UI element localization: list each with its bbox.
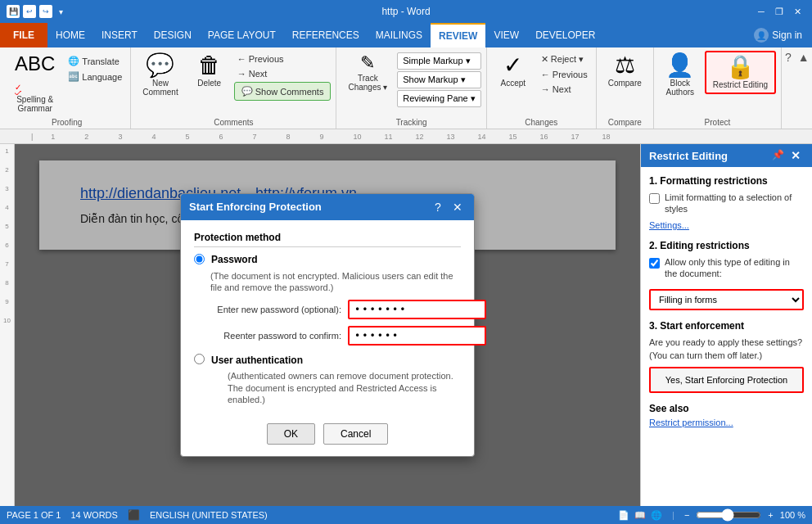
zoom-in-button[interactable]: + — [768, 510, 773, 520]
spelling-grammar-button[interactable]: ABC✓ Spelling &Grammar — [8, 51, 61, 116]
protect-label: Protect — [705, 116, 731, 129]
cancel-button[interactable]: Cancel — [323, 423, 388, 445]
restrict-panel-title: Restrict Editing — [649, 150, 728, 162]
collapse-ribbon-button[interactable]: ▲ — [795, 47, 812, 129]
editing-type-dropdown[interactable]: Filling in forms No changes (Read only) … — [649, 289, 804, 310]
doc-with-margin: 12345678910 http://diendanbaclieu.net – … — [0, 144, 640, 506]
new-password-label: Enter new password (optional): — [194, 305, 341, 314]
protect-content: 👤 BlockAuthors 🔒 Restrict Editing — [659, 51, 776, 116]
restrict-section-2-title: 2. Editing restrictions — [649, 240, 804, 251]
home-menu[interactable]: HOME — [47, 23, 93, 47]
password-description: (The document is not encrypted. Maliciou… — [210, 270, 461, 294]
reject-button[interactable]: ✕ Reject ▾ — [538, 52, 591, 66]
user-auth-label: User authentication — [211, 355, 303, 366]
minimize-button[interactable]: ─ — [753, 5, 769, 18]
dialog-title: Start Enforcing Protection — [189, 201, 322, 213]
dialog-buttons: OK Cancel — [181, 417, 474, 456]
new-password-input[interactable] — [348, 300, 486, 319]
read-view-icon[interactable]: 📖 — [634, 510, 646, 521]
previous-change-button[interactable]: ← Previous — [538, 68, 591, 81]
status-icons: 📄 📖 🌐 — [618, 510, 662, 521]
password-radio[interactable] — [194, 254, 205, 264]
changes-nav-group: ✕ Reject ▾ ← Previous → Next — [538, 51, 591, 96]
editing-checkbox[interactable] — [649, 258, 660, 269]
next-change-button[interactable]: → Next — [538, 83, 591, 96]
restrict-panel-pin[interactable]: 📌 — [772, 149, 784, 162]
zoom-out-button[interactable]: − — [684, 510, 689, 520]
translate-icon: 🌐 — [68, 56, 79, 66]
dialog-question-button[interactable]: ? — [430, 199, 446, 215]
start-enforcing-dialog: Start Enforcing Protection ? ✕ Protectio… — [180, 193, 475, 457]
undo-icon[interactable]: ↩ — [23, 5, 36, 18]
restore-button[interactable]: ❐ — [771, 5, 787, 18]
proofing-label: Proofing — [52, 116, 82, 129]
language-status[interactable]: ENGLISH (UNITED STATES) — [150, 510, 268, 520]
layout-icon[interactable]: ⬛ — [128, 509, 140, 521]
mailings-menu[interactable]: MAILINGS — [368, 23, 431, 47]
restrict-panel-close-button[interactable]: ✕ — [787, 149, 804, 162]
user-auth-description: (Authenticated owners can remove documen… — [228, 370, 461, 405]
delete-comment-button[interactable]: 🗑 Delete — [188, 51, 231, 91]
compare-icon: ⚖ — [615, 54, 635, 77]
references-menu[interactable]: REFERENCES — [284, 23, 368, 47]
dialog-section-title: Protection method — [194, 232, 461, 247]
new-comment-button[interactable]: 💬 NewComment — [136, 51, 184, 100]
dialog-overlay: Start Enforcing Protection ? ✕ Protectio… — [15, 144, 640, 506]
start-enforcing-button[interactable]: Yes, Start Enforcing Protection — [649, 367, 804, 393]
proofing-content: ABC✓ Spelling &Grammar 🌐Translate 🔤Langu… — [8, 51, 125, 116]
sign-in[interactable]: 👤 Sign in — [744, 28, 812, 43]
view-menu[interactable]: VIEW — [485, 23, 527, 47]
compare-button[interactable]: ⚖ Compare — [602, 51, 648, 91]
restrict-section-2: 2. Editing restrictions Allow only this … — [649, 240, 804, 311]
show-markup-dropdown[interactable]: Show Markup ▾ — [397, 71, 481, 88]
ok-button[interactable]: OK — [267, 423, 315, 445]
redo-icon[interactable]: ↪ — [39, 5, 52, 18]
settings-link[interactable]: Settings... — [649, 220, 804, 230]
next-comment-button[interactable]: → Next — [234, 67, 332, 80]
new-password-row: Enter new password (optional): — [194, 300, 461, 319]
comments-content: 💬 NewComment 🗑 Delete ← Previous → Next … — [136, 51, 331, 116]
simple-markup-dropdown[interactable]: Simple Markup ▾ — [397, 52, 481, 70]
comments-group: 💬 NewComment 🗑 Delete ← Previous → Next … — [131, 47, 336, 129]
accept-button[interactable]: ✓ Accept — [492, 51, 535, 91]
design-menu[interactable]: DESIGN — [146, 23, 200, 47]
confirm-password-input[interactable] — [348, 326, 486, 346]
review-menu[interactable]: REVIEW — [431, 23, 485, 47]
layout-view-icon[interactable]: 📄 — [618, 510, 629, 521]
developer-menu[interactable]: DEVELOPER — [527, 23, 603, 47]
show-comments-icon: 💬 — [241, 86, 253, 97]
web-view-icon[interactable]: 🌐 — [651, 510, 662, 521]
word-count: 14 WORDS — [70, 510, 117, 520]
restrict-permission-link[interactable]: Restrict permission... — [649, 418, 804, 427]
block-authors-button[interactable]: 👤 BlockAuthors — [659, 51, 701, 100]
show-comments-button[interactable]: 💬 Show Comments — [234, 82, 332, 101]
save-icon[interactable]: 💾 — [7, 5, 20, 18]
restrict-section-3-title: 3. Start enforcement — [649, 320, 804, 332]
confirm-password-label: Reenter password to confirm: — [194, 331, 341, 341]
language-button[interactable]: 🔤Language — [65, 70, 125, 84]
track-changes-button[interactable]: ✎ TrackChanges ▾ — [341, 51, 394, 95]
title-bar: 💾 ↩ ↪ ▾ http - Word ─ ❐ ✕ — [0, 0, 812, 23]
file-menu[interactable]: FILE — [0, 23, 47, 47]
zoom-slider[interactable] — [696, 508, 761, 522]
formatting-checkbox[interactable] — [649, 193, 660, 204]
insert-menu[interactable]: INSERT — [93, 23, 146, 47]
tracking-options-group: Simple Markup ▾ Show Markup ▾ Reviewing … — [397, 51, 481, 107]
restrict-section-3: 3. Start enforcement Are you ready to ap… — [649, 320, 804, 393]
help-button[interactable]: ? — [782, 47, 795, 129]
editing-checkbox-label: Allow only this type of editing in the d… — [665, 256, 804, 280]
close-button[interactable]: ✕ — [789, 5, 805, 18]
translate-button[interactable]: 🌐Translate — [65, 54, 125, 68]
formatting-checkbox-row: Limit formatting to a selection of style… — [649, 192, 804, 215]
customize-arrow[interactable]: ▾ — [59, 7, 63, 16]
page-layout-menu[interactable]: PAGE LAYOUT — [200, 23, 284, 47]
restrict-panel-body: 1. Formatting restrictions Limit formatt… — [641, 167, 812, 506]
new-comment-icon: 💬 — [146, 54, 174, 77]
user-auth-radio[interactable] — [194, 354, 205, 364]
restrict-editing-button[interactable]: 🔒 Restrict Editing — [705, 51, 776, 94]
enforcement-text: Are you ready to apply these settings? (… — [649, 337, 804, 362]
previous-comment-button[interactable]: ← Previous — [234, 52, 332, 66]
reviewing-pane-dropdown[interactable]: Reviewing Pane ▾ — [397, 90, 481, 107]
changes-group: ✓ Accept ✕ Reject ▾ ← Previous → Next Ch… — [487, 47, 597, 129]
dialog-close-button[interactable]: ✕ — [449, 199, 466, 215]
